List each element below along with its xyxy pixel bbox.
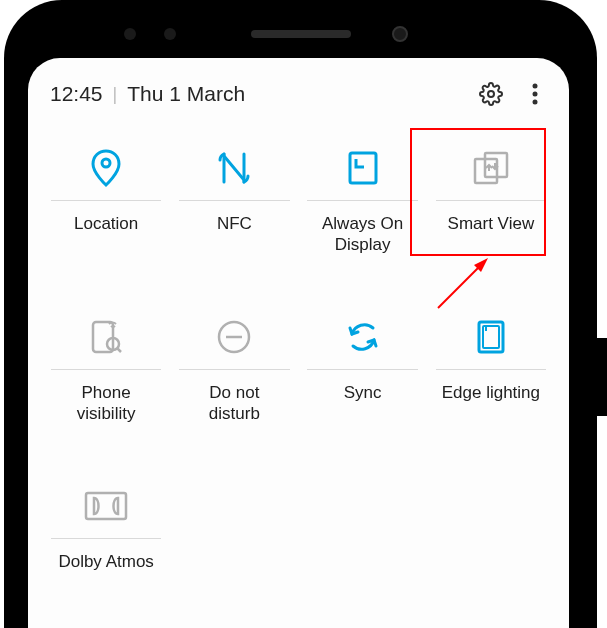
do-not-disturb-icon <box>217 315 251 359</box>
svg-point-4 <box>102 159 110 167</box>
clock-date: Thu 1 March <box>127 82 459 106</box>
tile-label: Dolby Atmos <box>58 551 153 595</box>
tile-do-not-disturb[interactable]: Do not disturb <box>170 297 298 436</box>
tile-divider <box>307 200 417 201</box>
phone-visibility-icon <box>89 315 123 359</box>
sensor-hole <box>124 28 136 40</box>
tile-label: Do not disturb <box>209 382 260 426</box>
edge-lighting-icon <box>476 315 506 359</box>
svg-point-0 <box>488 91 494 97</box>
tile-always-on-display[interactable]: Always On Display <box>299 128 427 267</box>
phone-frame: 12:45 | Thu 1 March <box>4 0 597 628</box>
tile-nfc[interactable]: NFC <box>170 128 298 267</box>
smart-view-icon <box>473 146 509 190</box>
tile-divider <box>307 369 417 370</box>
tile-label: NFC <box>217 213 252 257</box>
tile-label: Phone visibility <box>77 382 136 426</box>
tile-smart-view[interactable]: Smart View <box>427 128 555 267</box>
tile-divider <box>436 369 546 370</box>
sensor-hole <box>164 28 176 40</box>
nfc-icon <box>218 146 250 190</box>
tile-edge-lighting[interactable]: Edge lighting <box>427 297 555 436</box>
dolby-atmos-icon <box>84 484 128 528</box>
svg-point-3 <box>533 100 538 105</box>
tile-location[interactable]: Location <box>42 128 170 267</box>
svg-point-1 <box>533 84 538 89</box>
tile-sync[interactable]: Sync <box>299 297 427 436</box>
tile-divider <box>436 200 546 201</box>
always-on-display-icon <box>348 146 378 190</box>
screen: 12:45 | Thu 1 March <box>28 58 569 628</box>
tile-label: Smart View <box>448 213 535 257</box>
tile-dolby-atmos[interactable]: Dolby Atmos <box>42 466 170 605</box>
svg-rect-8 <box>93 322 113 352</box>
tile-divider <box>51 369 161 370</box>
tile-label: Edge lighting <box>442 382 540 426</box>
tile-label: Location <box>74 213 138 257</box>
more-icon[interactable] <box>523 82 547 106</box>
tile-divider <box>179 200 289 201</box>
front-camera <box>392 26 408 42</box>
settings-icon[interactable] <box>479 82 503 106</box>
status-bar: 12:45 | Thu 1 March <box>42 58 555 124</box>
clock-time: 12:45 <box>50 82 103 106</box>
tile-divider <box>51 538 161 539</box>
side-button <box>597 338 607 416</box>
svg-point-2 <box>533 92 538 97</box>
tile-divider <box>51 200 161 201</box>
svg-rect-13 <box>86 493 126 519</box>
location-icon <box>90 146 122 190</box>
quick-settings-grid: Location NFC <box>42 128 555 605</box>
tile-phone-visibility[interactable]: Phone visibility <box>42 297 170 436</box>
status-divider: | <box>113 84 118 105</box>
tile-label: Sync <box>344 382 382 426</box>
sync-icon <box>347 315 379 359</box>
tile-divider <box>179 369 289 370</box>
speaker-grille <box>251 30 351 38</box>
tile-label: Always On Display <box>322 213 403 257</box>
